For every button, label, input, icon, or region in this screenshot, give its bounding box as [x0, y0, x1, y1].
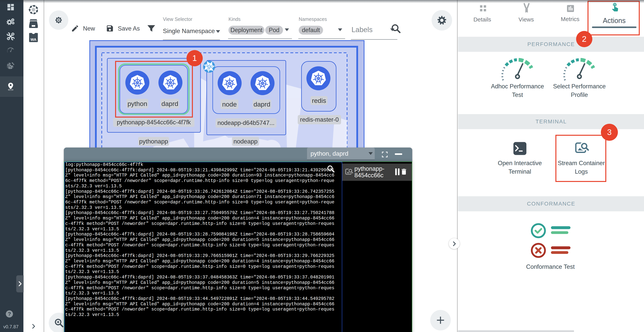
- svg-text:WA: WA: [30, 37, 36, 41]
